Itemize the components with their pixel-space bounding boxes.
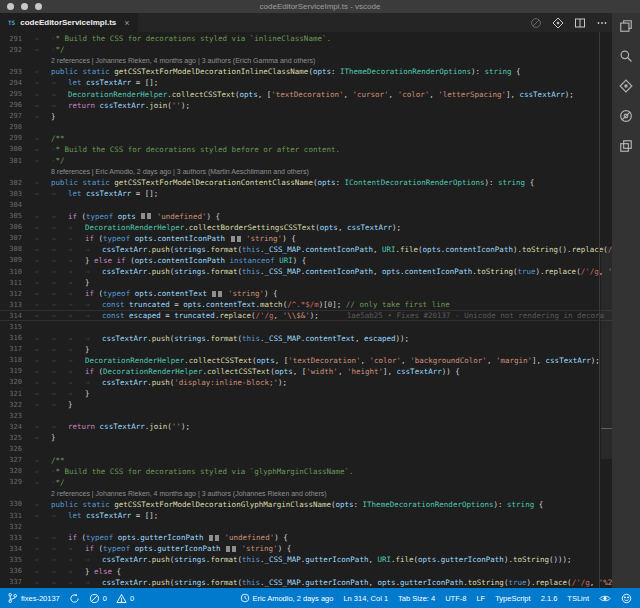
line-number[interactable]: 326 (0, 445, 22, 453)
code-line-294[interactable]: 294→→let cssTextArr = []; (0, 77, 612, 88)
activity-bar-item-extensions[interactable] (617, 137, 635, 155)
code-line-323[interactable]: 323 (0, 410, 612, 421)
code-line-336[interactable]: 336→→→} else { (0, 566, 612, 577)
code-line-291[interactable]: 291→·* Build the CSS for decorations sty… (0, 33, 612, 44)
warning-count[interactable]: 0 (116, 593, 134, 604)
code-line-303[interactable]: 303→→let cssTextArr = []; (0, 188, 612, 199)
code-line-310[interactable]: 310→→→→cssTextArr.push(strings.format(th… (0, 266, 612, 277)
line-number[interactable]: 316 (0, 334, 22, 342)
split-editor-button[interactable] (573, 16, 586, 29)
activity-bar-item-files[interactable] (617, 17, 635, 35)
indentation-indicator[interactable]: Tab Size: 4 (398, 594, 435, 603)
line-number[interactable]: 337 (0, 578, 22, 586)
minimize-window-button[interactable] (21, 3, 28, 10)
line-number[interactable]: 294 (0, 79, 22, 87)
line-number[interactable]: 292 (0, 46, 22, 54)
line-number[interactable]: 298 (0, 123, 22, 131)
error-count[interactable]: 0 (89, 593, 107, 604)
line-number[interactable]: 328 (0, 467, 22, 475)
line-number[interactable]: 305 (0, 212, 22, 220)
code-line-309[interactable]: 309→→→} else if (opts.contentIconPath in… (0, 255, 612, 266)
eol-indicator[interactable]: LF (476, 594, 485, 603)
line-number[interactable]: 334 (0, 545, 22, 553)
line-number[interactable]: 327 (0, 456, 22, 464)
feedback-button[interactable] (621, 593, 632, 604)
line-number[interactable]: 308 (0, 245, 22, 253)
line-number[interactable]: 291 (0, 35, 22, 43)
code-line-326[interactable]: 326 (0, 443, 612, 454)
activity-bar-item-debug-disabled[interactable] (617, 107, 635, 125)
tab-codeeditorserviceimpl[interactable]: TS codeEditorServiceImpl.ts × (0, 13, 138, 32)
code-line-330[interactable]: 330→public static getCSSTextForModelDeco… (0, 499, 612, 510)
close-window-button[interactable] (7, 3, 14, 10)
branch-indicator[interactable]: fixes-20137 (7, 592, 60, 604)
line-number[interactable]: 302 (0, 179, 22, 187)
code-line-306[interactable]: 306→→→DecorationRenderHelper.collectBord… (0, 222, 612, 233)
code-line-305[interactable]: 305→→if (typeof opts 'undefined') { (0, 211, 612, 222)
line-number[interactable]: 320 (0, 378, 22, 386)
activity-bar-item-search[interactable] (617, 47, 635, 65)
line-number[interactable]: 336 (0, 567, 22, 575)
editor[interactable]: 291→·* Build the CSS for decorations sty… (0, 32, 612, 588)
line-number[interactable]: 295 (0, 90, 22, 98)
line-number[interactable]: 297 (0, 112, 22, 120)
line-number[interactable]: 293 (0, 68, 22, 76)
code-line-319[interactable]: 319→→→if (DecorationRenderHelper.collect… (0, 366, 612, 377)
more-actions-button[interactable] (595, 16, 608, 29)
line-number[interactable]: 314 (0, 312, 22, 320)
codelens[interactable]: 2 references | Johannes Rieken, 4 months… (0, 488, 612, 499)
code-line-320[interactable]: 320→→→→cssTextArr.push('display:inline-b… (0, 377, 612, 388)
line-number[interactable]: 301 (0, 157, 22, 165)
code-line-317[interactable]: 317→→→} (0, 344, 612, 355)
encoding-indicator[interactable]: UTF-8 (445, 594, 466, 603)
zoom-window-button[interactable] (35, 3, 42, 10)
codelens[interactable]: 8 references | Eric Amodio, 2 days ago |… (0, 166, 612, 177)
line-number[interactable]: 304 (0, 201, 22, 209)
line-number[interactable]: 299 (0, 134, 22, 142)
code-line-313[interactable]: 313→→→→const truncated = opts.contentTex… (0, 299, 612, 310)
open-preview-button[interactable] (529, 16, 542, 29)
line-number[interactable]: 310 (0, 268, 22, 276)
line-number[interactable]: 319 (0, 367, 22, 375)
code-line-327[interactable]: 327→/** (0, 455, 612, 466)
line-number[interactable]: 331 (0, 512, 22, 520)
line-number[interactable]: 330 (0, 500, 22, 508)
line-number[interactable]: 296 (0, 101, 22, 109)
code-line-308[interactable]: 308→→→→cssTextArr.push(strings.format(th… (0, 244, 612, 255)
code-line-328[interactable]: 328→·* Build the CSS for decorations sty… (0, 466, 612, 477)
line-number[interactable]: 313 (0, 301, 22, 309)
code-line-301[interactable]: 301→·*/ (0, 155, 612, 166)
line-number[interactable]: 329 (0, 478, 22, 486)
sync-button[interactable] (69, 593, 80, 604)
line-number[interactable]: 322 (0, 401, 22, 409)
tab-close-icon[interactable]: × (124, 18, 129, 28)
line-number[interactable]: 318 (0, 356, 22, 364)
line-number[interactable]: 325 (0, 434, 22, 442)
code-line-293[interactable]: 293→public static getCSSTextForModelDeco… (0, 66, 612, 77)
code-line-333[interactable]: 333→→if (typeof opts.gutterIconPath 'und… (0, 532, 612, 543)
code-line-292[interactable]: 292→·*/ (0, 44, 612, 55)
line-number[interactable]: 312 (0, 290, 22, 298)
code-line-300[interactable]: 300→·* Build the CSS for decorations sty… (0, 144, 612, 155)
code-line-325[interactable]: 325→} (0, 432, 612, 443)
line-number[interactable]: 335 (0, 556, 22, 564)
blame-indicator[interactable]: Eric Amodio, 2 days ago (240, 593, 334, 603)
line-number[interactable]: 315 (0, 323, 22, 331)
code-line-302[interactable]: 302→public static getCSSTextForModelDeco… (0, 177, 612, 188)
code-line-296[interactable]: 296→→return cssTextArr.join(''); (0, 100, 612, 111)
code-line-312[interactable]: 312→→→if (typeof opts.contentText 'strin… (0, 288, 612, 299)
code-line-332[interactable]: 332 (0, 521, 612, 532)
line-number[interactable]: 309 (0, 256, 22, 264)
code-line-307[interactable]: 307→→→if (typeof opts.contentIconPath 's… (0, 233, 612, 244)
code-line-335[interactable]: 335→→→→cssTextArr.push(strings.format(th… (0, 554, 612, 565)
line-number[interactable]: 306 (0, 223, 22, 231)
cursor-position[interactable]: Ln 314, Col 1 (343, 594, 388, 603)
line-number[interactable]: 307 (0, 234, 22, 242)
code-line-314[interactable]: 314→→→→const escaped = truncated.replace… (0, 310, 612, 321)
line-number[interactable]: 300 (0, 145, 22, 153)
code-line-322[interactable]: 322→→} (0, 399, 612, 410)
code-line-337[interactable]: 337→→→→cssTextArr.push(strings.format(th… (0, 577, 612, 588)
line-number[interactable]: 317 (0, 345, 22, 353)
tslint-status[interactable]: TSLint (567, 594, 589, 603)
code-line-334[interactable]: 334→→→if (typeof opts.gutterIconPath 'st… (0, 543, 612, 554)
